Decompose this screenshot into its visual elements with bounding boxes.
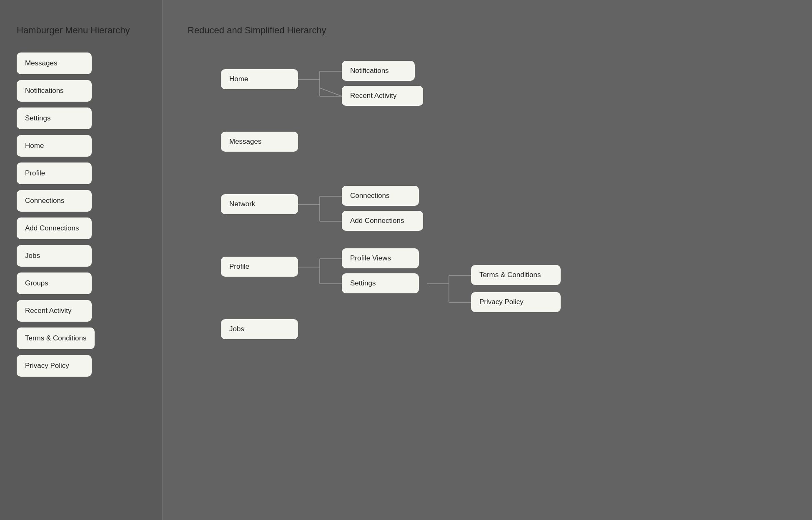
menu-item-notifications[interactable]: Notifications [17,80,92,102]
menu-item-settings[interactable]: Settings [17,108,92,129]
menu-item-profile[interactable]: Profile [17,162,92,184]
notifications-node-label: Notifications [342,61,415,81]
right-panel: Reduced and Simplified Hierarchy [163,0,812,520]
left-panel: Hamburger Menu Hierarchy Messages Notifi… [0,0,163,520]
menu-item-recent-activity[interactable]: Recent Activity [17,300,92,322]
terms-node-label: Terms & Conditions [471,265,561,285]
messages-node-label: Messages [221,132,298,152]
node-messages: Messages [221,132,298,152]
menu-item-connections[interactable]: Connections [17,190,92,212]
node-profile: Profile [221,257,298,277]
profile-node-label: Profile [221,257,298,277]
settings-node-label: Settings [342,273,419,293]
menu-item-terms[interactable]: Terms & Conditions [17,328,95,349]
node-connections: Connections [342,186,419,206]
home-node-label: Home [221,69,298,89]
recent-activity-node-label: Recent Activity [342,86,423,106]
page-container: Hamburger Menu Hierarchy Messages Notifi… [0,0,812,520]
add-connections-node-label: Add Connections [342,211,423,231]
node-home: Home [221,69,298,89]
node-settings: Settings [342,273,419,293]
right-panel-title: Reduced and Simplified Hierarchy [188,25,787,36]
privacy-node-label: Privacy Policy [471,292,561,312]
menu-item-jobs[interactable]: Jobs [17,245,92,267]
menu-item-messages[interactable]: Messages [17,52,92,74]
tree-diagram: Home Messages Network Profile Jobs Notif… [188,61,787,378]
node-add-connections: Add Connections [342,211,423,231]
menu-item-add-connections[interactable]: Add Connections [17,218,92,239]
menu-item-home[interactable]: Home [17,135,92,157]
jobs-node-label: Jobs [221,319,298,339]
svg-line-2 [320,88,342,96]
network-node-label: Network [221,194,298,214]
left-panel-title: Hamburger Menu Hierarchy [17,25,145,36]
menu-item-privacy[interactable]: Privacy Policy [17,355,92,377]
node-profile-views: Profile Views [342,248,419,268]
node-terms: Terms & Conditions [471,265,561,285]
node-network: Network [221,194,298,214]
profile-views-node-label: Profile Views [342,248,419,268]
menu-item-groups[interactable]: Groups [17,272,92,294]
node-jobs: Jobs [221,319,298,339]
connections-node-label: Connections [342,186,419,206]
node-recent-activity: Recent Activity [342,86,423,106]
node-notifications: Notifications [342,61,415,81]
node-privacy: Privacy Policy [471,292,561,312]
